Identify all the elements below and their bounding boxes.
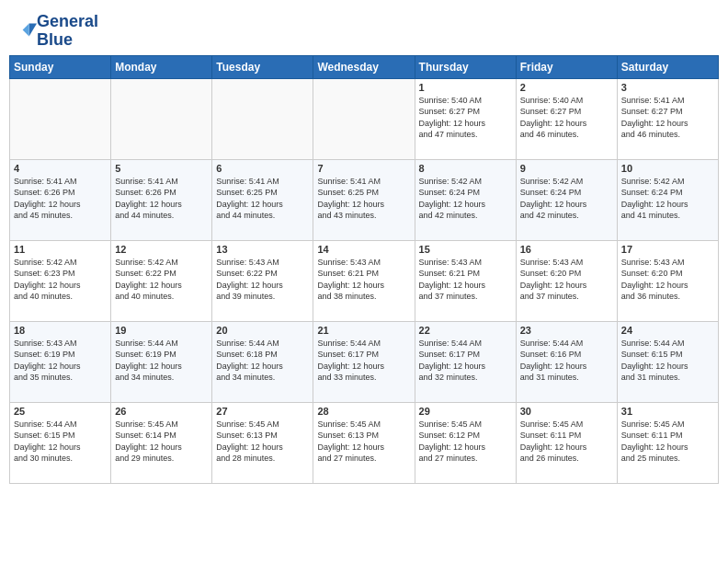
day-number: 7 [317,163,410,174]
calendar-cell: 23Sunrise: 5:44 AM Sunset: 6:16 PM Dayli… [516,321,617,402]
day-number: 25 [14,406,107,417]
day-number: 12 [115,244,208,255]
day-info: Sunrise: 5:41 AM Sunset: 6:27 PM Dayligh… [621,95,714,141]
logo: General Blue [9,13,98,50]
calendar-table: SundayMondayTuesdayWednesdayThursdayFrid… [9,55,719,484]
calendar-cell: 2Sunrise: 5:40 AM Sunset: 6:27 PM Daylig… [516,78,617,159]
day-info: Sunrise: 5:44 AM Sunset: 6:17 PM Dayligh… [419,338,512,384]
weekday-header-wednesday: Wednesday [313,55,415,78]
calendar-week-row: 25Sunrise: 5:44 AM Sunset: 6:15 PM Dayli… [10,402,719,483]
day-info: Sunrise: 5:41 AM Sunset: 6:26 PM Dayligh… [14,176,107,222]
svg-marker-1 [23,23,29,36]
day-info: Sunrise: 5:43 AM Sunset: 6:20 PM Dayligh… [621,257,714,303]
calendar-cell: 22Sunrise: 5:44 AM Sunset: 6:17 PM Dayli… [415,321,516,402]
day-info: Sunrise: 5:41 AM Sunset: 6:25 PM Dayligh… [216,176,309,222]
day-number: 8 [419,163,512,174]
calendar-cell: 28Sunrise: 5:45 AM Sunset: 6:13 PM Dayli… [313,402,415,483]
calendar-cell: 13Sunrise: 5:43 AM Sunset: 6:22 PM Dayli… [212,240,313,321]
calendar-week-row: 4Sunrise: 5:41 AM Sunset: 6:26 PM Daylig… [10,159,719,240]
calendar-cell [212,78,313,159]
calendar-cell [313,78,415,159]
calendar-cell: 19Sunrise: 5:44 AM Sunset: 6:19 PM Dayli… [111,321,212,402]
day-number: 9 [520,163,613,174]
weekday-header-monday: Monday [111,55,212,78]
day-number: 6 [216,163,309,174]
day-number: 27 [216,406,309,417]
day-number: 28 [317,406,410,417]
page-header: General Blue [9,9,719,50]
calendar-cell: 14Sunrise: 5:43 AM Sunset: 6:21 PM Dayli… [313,240,415,321]
day-info: Sunrise: 5:42 AM Sunset: 6:24 PM Dayligh… [621,176,714,222]
day-number: 29 [419,406,512,417]
weekday-header-saturday: Saturday [617,55,718,78]
day-number: 2 [520,82,613,93]
day-info: Sunrise: 5:45 AM Sunset: 6:14 PM Dayligh… [115,419,208,465]
calendar-cell: 11Sunrise: 5:42 AM Sunset: 6:23 PM Dayli… [10,240,111,321]
day-number: 1 [419,82,512,93]
day-info: Sunrise: 5:43 AM Sunset: 6:21 PM Dayligh… [317,257,410,303]
day-number: 22 [419,325,512,336]
day-info: Sunrise: 5:45 AM Sunset: 6:13 PM Dayligh… [216,419,309,465]
day-info: Sunrise: 5:42 AM Sunset: 6:22 PM Dayligh… [115,257,208,303]
day-number: 11 [14,244,107,255]
day-number: 30 [520,406,613,417]
day-number: 17 [621,244,714,255]
calendar-week-row: 1Sunrise: 5:40 AM Sunset: 6:27 PM Daylig… [10,78,719,159]
day-info: Sunrise: 5:40 AM Sunset: 6:27 PM Dayligh… [419,95,512,141]
weekday-header-row: SundayMondayTuesdayWednesdayThursdayFrid… [10,55,719,78]
day-number: 31 [621,406,714,417]
day-info: Sunrise: 5:43 AM Sunset: 6:21 PM Dayligh… [419,257,512,303]
calendar-cell: 10Sunrise: 5:42 AM Sunset: 6:24 PM Dayli… [617,159,718,240]
day-info: Sunrise: 5:43 AM Sunset: 6:22 PM Dayligh… [216,257,309,303]
calendar-week-row: 18Sunrise: 5:43 AM Sunset: 6:19 PM Dayli… [10,321,719,402]
day-info: Sunrise: 5:45 AM Sunset: 6:11 PM Dayligh… [621,419,714,465]
calendar-cell: 31Sunrise: 5:45 AM Sunset: 6:11 PM Dayli… [617,402,718,483]
weekday-header-sunday: Sunday [10,55,111,78]
day-info: Sunrise: 5:44 AM Sunset: 6:19 PM Dayligh… [115,338,208,384]
calendar-cell: 17Sunrise: 5:43 AM Sunset: 6:20 PM Dayli… [617,240,718,321]
calendar-cell: 16Sunrise: 5:43 AM Sunset: 6:20 PM Dayli… [516,240,617,321]
calendar-cell: 8Sunrise: 5:42 AM Sunset: 6:24 PM Daylig… [415,159,516,240]
day-number: 23 [520,325,613,336]
day-number: 5 [115,163,208,174]
calendar-cell: 9Sunrise: 5:42 AM Sunset: 6:24 PM Daylig… [516,159,617,240]
day-info: Sunrise: 5:44 AM Sunset: 6:17 PM Dayligh… [317,338,410,384]
calendar-cell: 15Sunrise: 5:43 AM Sunset: 6:21 PM Dayli… [415,240,516,321]
day-info: Sunrise: 5:41 AM Sunset: 6:26 PM Dayligh… [115,176,208,222]
logo-icon [11,18,37,44]
calendar-cell: 6Sunrise: 5:41 AM Sunset: 6:25 PM Daylig… [212,159,313,240]
day-info: Sunrise: 5:45 AM Sunset: 6:12 PM Dayligh… [419,419,512,465]
calendar-cell: 25Sunrise: 5:44 AM Sunset: 6:15 PM Dayli… [10,402,111,483]
day-info: Sunrise: 5:42 AM Sunset: 6:24 PM Dayligh… [419,176,512,222]
calendar-cell: 21Sunrise: 5:44 AM Sunset: 6:17 PM Dayli… [313,321,415,402]
day-info: Sunrise: 5:44 AM Sunset: 6:16 PM Dayligh… [520,338,613,384]
calendar-cell: 12Sunrise: 5:42 AM Sunset: 6:22 PM Dayli… [111,240,212,321]
day-info: Sunrise: 5:44 AM Sunset: 6:15 PM Dayligh… [621,338,714,384]
weekday-header-tuesday: Tuesday [212,55,313,78]
calendar-cell [111,78,212,159]
day-info: Sunrise: 5:44 AM Sunset: 6:15 PM Dayligh… [14,419,107,465]
calendar-cell: 1Sunrise: 5:40 AM Sunset: 6:27 PM Daylig… [415,78,516,159]
day-info: Sunrise: 5:43 AM Sunset: 6:19 PM Dayligh… [14,338,107,384]
day-number: 26 [115,406,208,417]
calendar-cell: 5Sunrise: 5:41 AM Sunset: 6:26 PM Daylig… [111,159,212,240]
weekday-header-friday: Friday [516,55,617,78]
day-info: Sunrise: 5:44 AM Sunset: 6:18 PM Dayligh… [216,338,309,384]
calendar-cell: 4Sunrise: 5:41 AM Sunset: 6:26 PM Daylig… [10,159,111,240]
day-number: 3 [621,82,714,93]
calendar-cell: 18Sunrise: 5:43 AM Sunset: 6:19 PM Dayli… [10,321,111,402]
calendar-cell: 3Sunrise: 5:41 AM Sunset: 6:27 PM Daylig… [617,78,718,159]
day-number: 15 [419,244,512,255]
calendar-cell: 20Sunrise: 5:44 AM Sunset: 6:18 PM Dayli… [212,321,313,402]
day-info: Sunrise: 5:43 AM Sunset: 6:20 PM Dayligh… [520,257,613,303]
calendar-cell: 24Sunrise: 5:44 AM Sunset: 6:15 PM Dayli… [617,321,718,402]
day-number: 10 [621,163,714,174]
calendar-week-row: 11Sunrise: 5:42 AM Sunset: 6:23 PM Dayli… [10,240,719,321]
day-number: 4 [14,163,107,174]
day-number: 16 [520,244,613,255]
logo-text: General Blue [37,13,98,50]
calendar-cell: 7Sunrise: 5:41 AM Sunset: 6:25 PM Daylig… [313,159,415,240]
day-info: Sunrise: 5:41 AM Sunset: 6:25 PM Dayligh… [317,176,410,222]
calendar-cell: 26Sunrise: 5:45 AM Sunset: 6:14 PM Dayli… [111,402,212,483]
calendar-cell: 30Sunrise: 5:45 AM Sunset: 6:11 PM Dayli… [516,402,617,483]
